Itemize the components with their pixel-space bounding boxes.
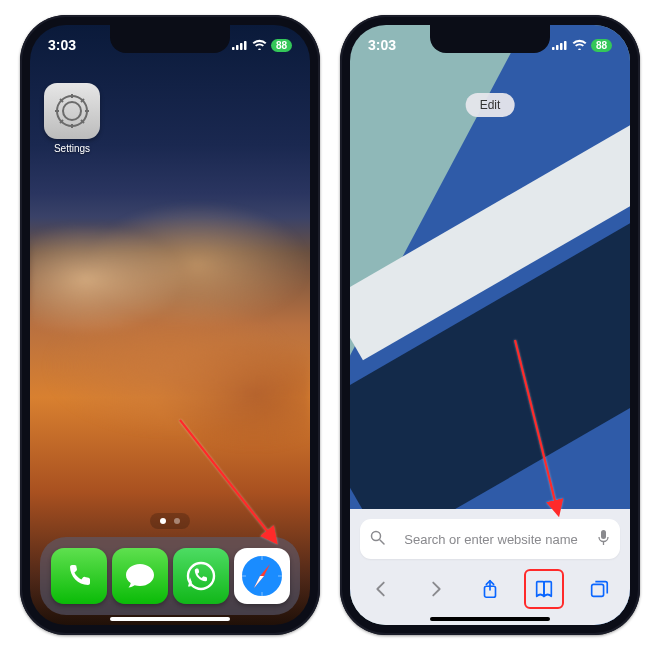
- notch: [110, 25, 230, 53]
- wallpaper-stripe: [350, 221, 630, 550]
- svg-rect-0: [232, 47, 235, 50]
- safari-toolbar: [350, 559, 630, 625]
- home-indicator[interactable]: [430, 617, 550, 621]
- page-dot-active: [160, 518, 166, 524]
- share-button[interactable]: [470, 569, 510, 609]
- whatsapp-app[interactable]: [173, 548, 229, 604]
- home-indicator[interactable]: [110, 617, 230, 621]
- battery-pill: 88: [271, 39, 292, 52]
- phone-app[interactable]: [51, 548, 107, 604]
- status-time: 3:03: [368, 37, 396, 53]
- settings-app[interactable]: Settings: [44, 83, 100, 154]
- edit-button[interactable]: Edit: [466, 93, 515, 117]
- iphone-safari: 3:03 88 Edit Search or enter website nam…: [340, 15, 640, 635]
- page-indicator[interactable]: [150, 513, 190, 529]
- wifi-icon: [572, 37, 587, 53]
- svg-rect-27: [560, 43, 563, 50]
- svg-rect-35: [591, 584, 603, 596]
- messages-app[interactable]: [112, 548, 168, 604]
- search-icon: [370, 530, 385, 548]
- svg-point-5: [63, 102, 81, 120]
- svg-point-14: [188, 563, 214, 589]
- svg-rect-26: [556, 45, 559, 50]
- safari-screen: 3:03 88 Edit Search or enter website nam…: [350, 25, 630, 625]
- svg-rect-31: [601, 530, 606, 539]
- status-time: 3:03: [48, 37, 76, 53]
- mic-icon[interactable]: [597, 529, 610, 549]
- svg-rect-2: [240, 43, 243, 50]
- svg-rect-25: [552, 47, 555, 50]
- cellular-icon: [552, 37, 568, 53]
- safari-app[interactable]: [234, 548, 290, 604]
- forward-button[interactable]: [416, 569, 456, 609]
- settings-icon: [44, 83, 100, 139]
- iphone-home: 3:03 88 Settings: [20, 15, 320, 635]
- url-placeholder: Search or enter website name: [385, 532, 597, 547]
- notch: [430, 25, 550, 53]
- svg-rect-28: [564, 41, 567, 50]
- back-button[interactable]: [361, 569, 401, 609]
- settings-label: Settings: [44, 143, 100, 154]
- tabs-button[interactable]: [579, 569, 619, 609]
- cellular-icon: [232, 37, 248, 53]
- battery-pill: 88: [591, 39, 612, 52]
- wifi-icon: [252, 37, 267, 53]
- safari-bottom-bar: Search or enter website name: [350, 509, 630, 625]
- status-right: 88: [232, 37, 292, 53]
- svg-point-29: [372, 532, 381, 541]
- bookmarks-button[interactable]: [524, 569, 564, 609]
- svg-rect-1: [236, 45, 239, 50]
- dock: [40, 537, 300, 615]
- status-right: 88: [552, 37, 612, 53]
- url-bar[interactable]: Search or enter website name: [360, 519, 620, 559]
- svg-line-30: [380, 540, 384, 544]
- app-grid: Settings: [44, 83, 100, 154]
- wallpaper-clouds: [30, 193, 310, 481]
- home-screen: 3:03 88 Settings: [30, 25, 310, 625]
- svg-rect-3: [244, 41, 247, 50]
- page-dot: [174, 518, 180, 524]
